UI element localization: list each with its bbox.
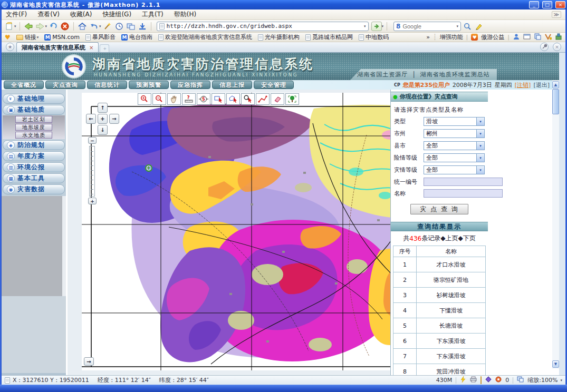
chevron-down-icon[interactable]: ▾ (476, 166, 484, 174)
zoom-out-icon[interactable] (152, 93, 166, 105)
stop-icon[interactable] (60, 21, 70, 32)
close-button-icon[interactable]: × (555, 1, 565, 8)
tab-settings-wrench-icon[interactable] (540, 43, 549, 51)
magic-wand-icon[interactable] (102, 21, 113, 32)
url-dropdown-icon[interactable]: ▾ (364, 24, 366, 28)
menu-tools[interactable]: 工具(T) (142, 10, 164, 19)
disaster-select[interactable]: 全部▾ (424, 165, 485, 174)
table-row[interactable]: 5长塘滑坡 (393, 318, 486, 334)
restore-button-icon[interactable]: □ (542, 1, 552, 8)
disaster-query-button[interactable]: 灾 点 查 询 (410, 204, 468, 214)
sidebar-item-disaster-data[interactable]: ◉灾害数据 (3, 184, 65, 194)
links-folder[interactable]: 链接▾ (16, 33, 39, 41)
link-land-resources-dept[interactable]: 湖南省国土资源厅 (357, 71, 408, 79)
link-geo-env-monitoring[interactable]: 湖南省地质环境监测总站 (420, 71, 490, 79)
link-milu-city[interactable]: 觅路城市精品网 (305, 33, 353, 41)
go-button[interactable] (371, 22, 382, 31)
prev-page-link[interactable]: ◆上页 (440, 234, 458, 243)
links-overflow-icon[interactable]: » (426, 34, 430, 41)
nav-tab-province-overview[interactable]: 全省概况 (4, 81, 44, 89)
scrollbar-thumb[interactable] (552, 89, 559, 114)
search-input[interactable] (402, 23, 455, 30)
linked-windows-icon[interactable] (126, 21, 136, 32)
layer-tree-icon[interactable] (285, 93, 299, 105)
new-page-dropdown-icon[interactable]: ▾ (14, 24, 16, 28)
maxthon-charity-link[interactable]: 傲游公益 (481, 33, 504, 41)
exit-link[interactable]: [退出] (533, 81, 550, 89)
new-tab-button[interactable]: ＋ (100, 44, 109, 52)
nav-tab-statistics[interactable]: 信息统计 (87, 81, 127, 89)
nav-tab-emergency-command[interactable]: 应急指挥 (170, 81, 210, 89)
printer-icon[interactable] (470, 376, 477, 384)
pan-center-icon[interactable]: + (98, 114, 108, 124)
zoom-slider[interactable] (89, 146, 95, 197)
search-icon[interactable] (462, 21, 473, 32)
pan-right-icon[interactable]: → (109, 114, 119, 124)
search-engine-dropdown-icon[interactable]: ▾ (457, 24, 459, 28)
draw-line-icon[interactable] (256, 93, 270, 105)
slider-plus-icon[interactable]: + (88, 198, 97, 204)
menubar-overflow-icon[interactable]: ≫ (552, 11, 561, 18)
sidebar-item-base-geology[interactable]: ▣基础地质 (3, 105, 65, 115)
search-box[interactable]: 8 ▾ (393, 22, 461, 31)
tab-active[interactable]: 湖南省地质灾害信息系统 × (16, 42, 99, 52)
minimize-button-icon[interactable]: _ (529, 1, 539, 8)
go-dropdown-icon[interactable]: ▾ (382, 24, 384, 28)
browser-scroll-track[interactable] (559, 53, 565, 375)
table-row[interactable]: 3衫树垅滑坡 (393, 288, 486, 303)
pan-hand-icon[interactable] (167, 93, 181, 105)
code-input[interactable] (424, 178, 503, 186)
table-row[interactable]: 2骆宗恒矿滑地 (393, 272, 486, 288)
identify-icon[interactable] (241, 93, 255, 105)
table-row[interactable]: 7下东溪滑坡 (393, 349, 486, 364)
menu-view[interactable]: 查看(V) (37, 10, 60, 19)
tab-close-icon[interactable]: × (89, 45, 93, 51)
nav-tab-disaster-query[interactable]: 灾点查询 (45, 81, 85, 89)
refresh-icon[interactable] (48, 21, 59, 32)
rect-select-icon[interactable] (212, 93, 225, 105)
folder-icon[interactable] (480, 377, 482, 384)
nav-tab-info-report[interactable]: 信息上报 (212, 81, 252, 89)
window-icon[interactable] (523, 33, 531, 42)
slider-minus-icon[interactable]: − (88, 137, 97, 144)
history-clock-icon[interactable] (114, 21, 124, 32)
map-scroll-right-icon[interactable]: → (84, 357, 94, 366)
google-engine-icon[interactable]: 8 (396, 23, 400, 30)
link-radio-guide[interactable]: M电台指南 (121, 33, 152, 41)
sidebar-sub-terrain-slope[interactable]: 地形坡度 (15, 124, 52, 131)
name-input[interactable] (424, 189, 503, 198)
pan-down-icon[interactable]: ↓ (98, 125, 108, 135)
eraser-icon[interactable] (271, 93, 284, 105)
highlighter-icon[interactable] (474, 21, 484, 32)
zoom-windows-icon[interactable] (517, 376, 524, 384)
sidebar-item-base-geography[interactable]: »基础地理 (3, 94, 65, 104)
risk-select[interactable]: 全部▾ (424, 153, 485, 162)
nav-tab-security-mgmt[interactable]: 安全管理 (254, 81, 294, 89)
chevron-down-icon[interactable]: ▾ (476, 130, 484, 138)
new-page-icon[interactable] (4, 21, 14, 32)
undo-dropdown-icon[interactable]: ▾ (99, 24, 101, 28)
download-icon[interactable] (137, 21, 148, 32)
paint-icon[interactable] (544, 33, 552, 42)
zoom-dropdown-icon[interactable]: ▾ (560, 378, 562, 383)
sidebar-item-env-bulletin[interactable]: ▥环境公报 (3, 162, 65, 172)
maxthon-charity-icon[interactable]: ♥ (471, 34, 478, 41)
menu-file[interactable]: 文件(F) (6, 10, 27, 19)
sidebar-sub-rock-soil-zoning[interactable]: 岩土区划 (15, 116, 52, 123)
ad-blocker-icon[interactable] (495, 376, 502, 384)
favorites-heart-icon[interactable]: ♥ (5, 34, 11, 41)
sidebar-sub-hydrogeology[interactable]: 水文地质 (15, 132, 52, 139)
pan-up-icon[interactable]: ↑ (98, 103, 108, 113)
zoom-level[interactable]: 缩放:100% (527, 376, 558, 384)
scroll-up-icon[interactable]: ▲ (552, 81, 559, 89)
next-page-link[interactable]: ◆下页 (458, 234, 475, 243)
boost-lightning-icon[interactable] (460, 376, 466, 384)
city-select[interactable]: 郴州▾ (424, 129, 485, 138)
link-guangnian-photo[interactable]: 光年摄影机构 (258, 33, 300, 41)
menu-favorites[interactable]: 收藏(A) (70, 10, 92, 19)
history-dropdown-icon[interactable]: ▾ (45, 24, 47, 28)
link-msn[interactable]: MMSN.com (44, 34, 80, 41)
menu-groups[interactable]: 快捷组(G) (102, 10, 131, 19)
polygon-select-icon[interactable] (226, 93, 240, 105)
tab-bar-close-icon[interactable]: × (553, 43, 561, 51)
